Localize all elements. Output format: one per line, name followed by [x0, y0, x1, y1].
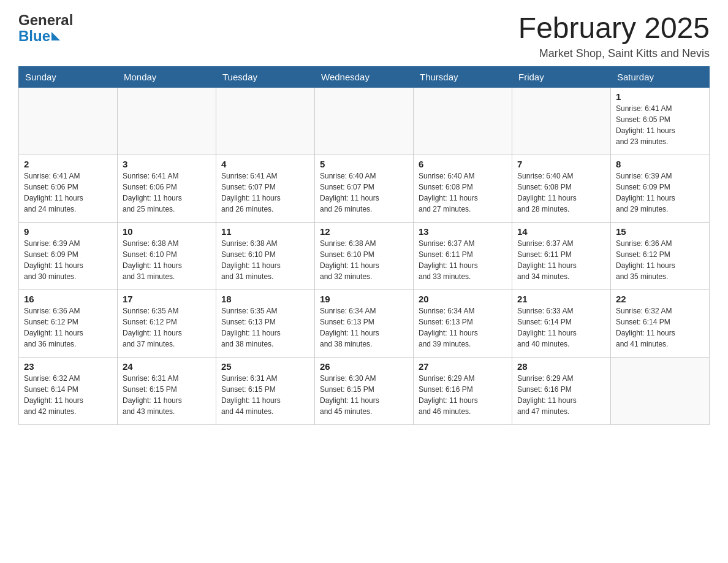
calendar-cell: 17Sunrise: 6:35 AMSunset: 6:12 PMDayligh…: [118, 289, 216, 357]
day-info: Sunrise: 6:39 AMSunset: 6:09 PMDaylight:…: [24, 238, 112, 282]
calendar-cell: 25Sunrise: 6:31 AMSunset: 6:15 PMDayligh…: [216, 357, 315, 424]
day-number: 6: [419, 159, 507, 169]
day-info: Sunrise: 6:39 AMSunset: 6:09 PMDaylight:…: [616, 170, 704, 215]
day-info: Sunrise: 6:32 AMSunset: 6:14 PMDaylight:…: [24, 373, 112, 417]
day-info: Sunrise: 6:37 AMSunset: 6:11 PMDaylight:…: [517, 238, 605, 282]
day-info: Sunrise: 6:41 AMSunset: 6:06 PMDaylight:…: [24, 170, 112, 215]
day-info: Sunrise: 6:38 AMSunset: 6:10 PMDaylight:…: [123, 238, 211, 282]
day-number: 19: [320, 294, 408, 304]
day-number: 12: [320, 226, 408, 237]
day-number: 21: [517, 294, 605, 304]
calendar-header-wednesday: Wednesday: [315, 66, 414, 87]
logo-blue: Blue: [18, 28, 50, 44]
calendar-header-row: SundayMondayTuesdayWednesdayThursdayFrid…: [19, 66, 710, 87]
day-info: Sunrise: 6:36 AMSunset: 6:12 PMDaylight:…: [24, 305, 112, 350]
calendar-cell: [19, 87, 118, 155]
day-info: Sunrise: 6:40 AMSunset: 6:07 PMDaylight:…: [320, 170, 408, 215]
day-number: 26: [320, 361, 408, 372]
calendar-cell: [315, 87, 414, 155]
day-info: Sunrise: 6:33 AMSunset: 6:14 PMDaylight:…: [517, 305, 605, 350]
calendar-week-row: 1Sunrise: 6:41 AMSunset: 6:05 PMDaylight…: [19, 87, 710, 155]
day-number: 13: [419, 226, 507, 237]
calendar-cell: 2Sunrise: 6:41 AMSunset: 6:06 PMDaylight…: [19, 155, 118, 222]
day-number: 14: [517, 226, 605, 237]
day-number: 16: [24, 294, 112, 304]
day-number: 20: [419, 294, 507, 304]
day-info: Sunrise: 6:30 AMSunset: 6:15 PMDaylight:…: [320, 373, 408, 417]
day-info: Sunrise: 6:40 AMSunset: 6:08 PMDaylight:…: [419, 170, 507, 215]
day-number: 5: [320, 159, 408, 169]
day-number: 11: [221, 226, 309, 237]
calendar-header-saturday: Saturday: [611, 66, 710, 87]
day-number: 1: [616, 91, 704, 102]
day-info: Sunrise: 6:29 AMSunset: 6:16 PMDaylight:…: [517, 373, 605, 417]
calendar-cell: [414, 87, 512, 155]
day-info: Sunrise: 6:41 AMSunset: 6:07 PMDaylight:…: [221, 170, 309, 215]
logo-arrow-icon: [51, 32, 60, 40]
calendar-cell: [512, 87, 611, 155]
calendar-cell: 21Sunrise: 6:33 AMSunset: 6:14 PMDayligh…: [512, 289, 611, 357]
day-info: Sunrise: 6:29 AMSunset: 6:16 PMDaylight:…: [419, 373, 507, 417]
calendar-cell: 13Sunrise: 6:37 AMSunset: 6:11 PMDayligh…: [414, 222, 512, 289]
calendar-cell: 12Sunrise: 6:38 AMSunset: 6:10 PMDayligh…: [315, 222, 414, 289]
calendar-week-row: 9Sunrise: 6:39 AMSunset: 6:09 PMDaylight…: [19, 222, 710, 289]
day-number: 9: [24, 226, 112, 237]
calendar-header-sunday: Sunday: [19, 66, 118, 87]
calendar-cell: 7Sunrise: 6:40 AMSunset: 6:08 PMDaylight…: [512, 155, 611, 222]
day-info: Sunrise: 6:40 AMSunset: 6:08 PMDaylight:…: [517, 170, 605, 215]
calendar-cell: 24Sunrise: 6:31 AMSunset: 6:15 PMDayligh…: [118, 357, 216, 424]
day-info: Sunrise: 6:41 AMSunset: 6:05 PMDaylight:…: [616, 103, 704, 147]
calendar-week-row: 2Sunrise: 6:41 AMSunset: 6:06 PMDaylight…: [19, 155, 710, 222]
day-number: 15: [616, 226, 704, 237]
calendar-cell: 8Sunrise: 6:39 AMSunset: 6:09 PMDaylight…: [611, 155, 710, 222]
calendar-cell: 18Sunrise: 6:35 AMSunset: 6:13 PMDayligh…: [216, 289, 315, 357]
day-info: Sunrise: 6:31 AMSunset: 6:15 PMDaylight:…: [221, 373, 309, 417]
calendar-week-row: 23Sunrise: 6:32 AMSunset: 6:14 PMDayligh…: [19, 357, 710, 424]
calendar-cell: 20Sunrise: 6:34 AMSunset: 6:13 PMDayligh…: [414, 289, 512, 357]
calendar-cell: 1Sunrise: 6:41 AMSunset: 6:05 PMDaylight…: [611, 87, 710, 155]
day-info: Sunrise: 6:35 AMSunset: 6:13 PMDaylight:…: [221, 305, 309, 350]
calendar-cell: 27Sunrise: 6:29 AMSunset: 6:16 PMDayligh…: [414, 357, 512, 424]
calendar-header-friday: Friday: [512, 66, 611, 87]
calendar-cell: 14Sunrise: 6:37 AMSunset: 6:11 PMDayligh…: [512, 222, 611, 289]
day-number: 10: [123, 226, 211, 237]
day-info: Sunrise: 6:38 AMSunset: 6:10 PMDaylight:…: [221, 238, 309, 282]
day-number: 27: [419, 361, 507, 372]
day-number: 18: [221, 294, 309, 304]
page-header: General Blue February 2025 Market Shop, …: [18, 12, 710, 60]
month-title: February 2025: [518, 12, 710, 45]
day-number: 28: [517, 361, 605, 372]
day-number: 7: [517, 159, 605, 169]
calendar-header-monday: Monday: [118, 66, 216, 87]
calendar-cell: 22Sunrise: 6:32 AMSunset: 6:14 PMDayligh…: [611, 289, 710, 357]
day-number: 3: [123, 159, 211, 169]
day-number: 17: [123, 294, 211, 304]
calendar-cell: 11Sunrise: 6:38 AMSunset: 6:10 PMDayligh…: [216, 222, 315, 289]
calendar-cell: [216, 87, 315, 155]
calendar-cell: 10Sunrise: 6:38 AMSunset: 6:10 PMDayligh…: [118, 222, 216, 289]
logo: General Blue: [18, 12, 73, 45]
day-number: 22: [616, 294, 704, 304]
day-number: 25: [221, 361, 309, 372]
calendar-cell: 6Sunrise: 6:40 AMSunset: 6:08 PMDaylight…: [414, 155, 512, 222]
day-info: Sunrise: 6:34 AMSunset: 6:13 PMDaylight:…: [419, 305, 507, 350]
calendar-header-tuesday: Tuesday: [216, 66, 315, 87]
calendar-cell: 15Sunrise: 6:36 AMSunset: 6:12 PMDayligh…: [611, 222, 710, 289]
calendar-cell: 19Sunrise: 6:34 AMSunset: 6:13 PMDayligh…: [315, 289, 414, 357]
calendar-cell: 28Sunrise: 6:29 AMSunset: 6:16 PMDayligh…: [512, 357, 611, 424]
calendar-cell: 3Sunrise: 6:41 AMSunset: 6:06 PMDaylight…: [118, 155, 216, 222]
calendar-cell: 4Sunrise: 6:41 AMSunset: 6:07 PMDaylight…: [216, 155, 315, 222]
calendar-cell: 9Sunrise: 6:39 AMSunset: 6:09 PMDaylight…: [19, 222, 118, 289]
calendar-cell: 23Sunrise: 6:32 AMSunset: 6:14 PMDayligh…: [19, 357, 118, 424]
day-info: Sunrise: 6:35 AMSunset: 6:12 PMDaylight:…: [123, 305, 211, 350]
day-number: 24: [123, 361, 211, 372]
calendar-cell: [118, 87, 216, 155]
day-info: Sunrise: 6:31 AMSunset: 6:15 PMDaylight:…: [123, 373, 211, 417]
day-number: 4: [221, 159, 309, 169]
day-info: Sunrise: 6:36 AMSunset: 6:12 PMDaylight:…: [616, 238, 704, 282]
calendar-cell: [611, 357, 710, 424]
day-info: Sunrise: 6:32 AMSunset: 6:14 PMDaylight:…: [616, 305, 704, 350]
day-number: 8: [616, 159, 704, 169]
day-number: 2: [24, 159, 112, 169]
title-block: February 2025 Market Shop, Saint Kitts a…: [518, 12, 710, 60]
